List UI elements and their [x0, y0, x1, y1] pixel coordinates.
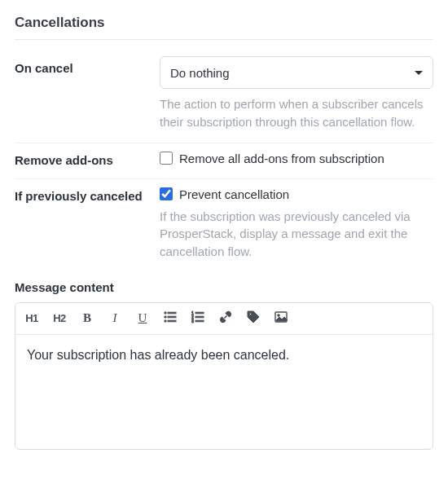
remove-addons-checkbox-text: Remove all add-ons from subscription [179, 152, 384, 165]
svg-point-2 [165, 316, 166, 318]
ordered-list-icon: 123 [191, 310, 204, 326]
toolbar-link-button[interactable] [217, 310, 234, 328]
toolbar-image-button[interactable] [273, 310, 289, 328]
prevent-cancel-checkbox[interactable] [160, 187, 173, 200]
prev-canceled-help: If the subscription was previously cance… [160, 208, 433, 261]
toolbar-bullet-list-button[interactable] [162, 310, 178, 328]
svg-rect-5 [168, 320, 176, 322]
caret-down-icon [415, 71, 423, 75]
bullet-list-icon [164, 310, 177, 326]
svg-point-14 [278, 315, 280, 317]
divider [15, 39, 433, 40]
message-content-label: Message content [15, 280, 433, 294]
remove-addons-checkbox[interactable] [160, 152, 173, 165]
toolbar-italic-button[interactable]: I [107, 310, 123, 328]
message-editor: H1 H2 B I U 123 [15, 302, 433, 450]
prevent-cancel-checkbox-text: Prevent cancellation [179, 187, 289, 201]
row-prev-canceled: If previously canceled Prevent cancellat… [15, 179, 433, 272]
toolbar-ordered-list-button[interactable]: 123 [190, 310, 206, 328]
svg-point-12 [249, 314, 251, 315]
row-remove-addons: Remove add-ons Remove all add-ons from s… [15, 143, 433, 179]
section-title: Cancellations [15, 15, 433, 31]
toolbar-h1-button[interactable]: H1 [24, 310, 40, 328]
toolbar-h2-button[interactable]: H2 [51, 310, 68, 328]
remove-addons-checkbox-label[interactable]: Remove all add-ons from subscription [160, 148, 433, 165]
svg-rect-1 [168, 312, 176, 314]
editor-toolbar: H1 H2 B I U 123 [15, 303, 433, 335]
prevent-cancel-checkbox-label[interactable]: Prevent cancellation [160, 184, 433, 201]
on-cancel-select-value: Do nothing [170, 66, 230, 80]
row-on-cancel: On cancel Do nothing The action to perfo… [15, 51, 433, 143]
on-cancel-select[interactable]: Do nothing [160, 56, 433, 89]
svg-text:3: 3 [191, 319, 194, 323]
svg-rect-3 [168, 316, 176, 318]
toolbar-bold-button[interactable]: B [79, 310, 95, 328]
on-cancel-label: On cancel [15, 56, 160, 75]
svg-rect-9 [195, 316, 204, 318]
toolbar-underline-button[interactable]: U [134, 310, 151, 328]
prev-canceled-label: If previously canceled [15, 184, 160, 203]
svg-rect-11 [195, 320, 204, 322]
image-icon [275, 310, 288, 326]
editor-body[interactable]: Your subscription has already been cance… [15, 335, 433, 449]
on-cancel-help: The action to perform when a subscriber … [160, 95, 433, 131]
toolbar-tag-button[interactable] [245, 310, 261, 328]
tag-icon [247, 310, 260, 326]
link-icon [219, 310, 232, 326]
svg-point-4 [165, 320, 166, 322]
svg-point-0 [165, 312, 166, 314]
remove-addons-label: Remove add-ons [15, 148, 160, 167]
svg-rect-7 [195, 312, 204, 314]
